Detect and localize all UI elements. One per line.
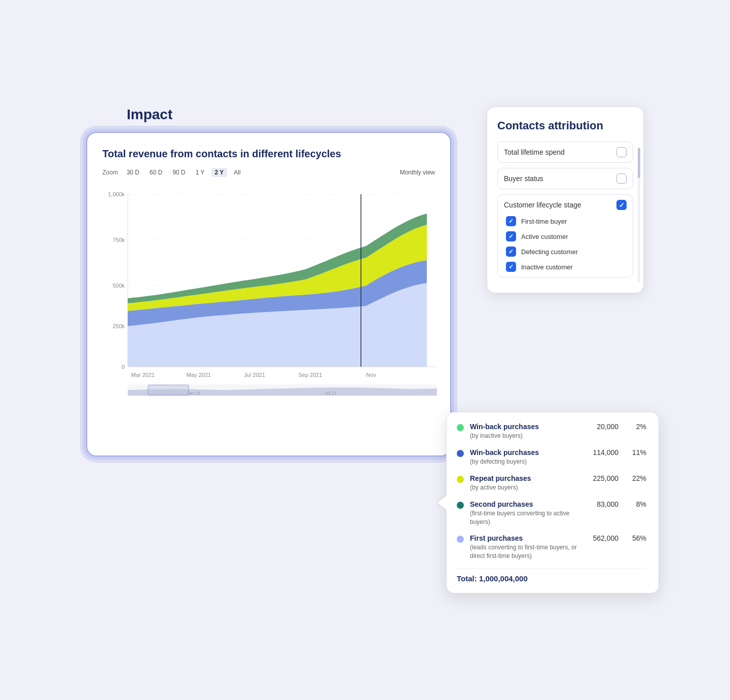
svg-text:750k: 750k <box>113 237 125 243</box>
first-info: First purchases (leads converting to fir… <box>470 534 582 561</box>
svg-text:May 2021: May 2021 <box>187 372 211 378</box>
inactive-customer-label: Inactive customer <box>521 263 573 271</box>
total-lifetime-spend-item[interactable]: Total lifetime spend <box>497 142 633 163</box>
svg-rect-20 <box>148 385 189 395</box>
legend-total: Total: 1,000,004,000 <box>457 569 646 583</box>
zoom-label: Zoom <box>102 169 118 176</box>
legend-item-winback-inactive: Win-back purchases (by inactive buyers) … <box>457 423 646 440</box>
impact-heading: Impact <box>127 107 172 123</box>
winback-inactive-dot <box>457 424 464 431</box>
defecting-customer-label: Defecting customer <box>521 248 578 256</box>
zoom-all[interactable]: All <box>230 168 244 177</box>
defecting-customer-item[interactable]: Defecting customer <box>506 247 627 257</box>
chart-card: Total revenue from contacts in different… <box>86 132 451 457</box>
zoom-2y[interactable]: 2 Y <box>211 168 228 177</box>
attribution-title: Contacts attribution <box>497 119 633 132</box>
legend-item-second: Second purchases (first-time buyers conv… <box>457 500 646 527</box>
repeat-dot <box>457 476 464 483</box>
lifecycle-stage-checkbox[interactable] <box>616 200 627 210</box>
winback-inactive-pct: 2% <box>629 423 646 431</box>
lifecycle-header: Customer lifecycle stage <box>504 200 627 210</box>
inactive-customer-checkbox[interactable] <box>506 262 516 272</box>
zoom-90d[interactable]: 90 D <box>169 168 189 177</box>
first-name: First purchases <box>470 534 582 542</box>
first-sub: (leads converting to first-time buyers, … <box>470 543 582 561</box>
second-info: Second purchases (first-time buyers conv… <box>470 500 587 527</box>
second-name: Second purchases <box>470 500 587 508</box>
scrollbar-track <box>638 148 640 283</box>
second-value: 83,000 <box>597 500 618 508</box>
chart-area: 1,000k 750k 500k 250k 0 Mar 2021 May 2 <box>102 184 435 397</box>
monthly-view-label: Monthly view <box>400 169 435 176</box>
chart-controls: Zoom 30 D 60 D 90 D 1 Y 2 Y All Monthly … <box>102 168 435 177</box>
repeat-name: Repeat purchases <box>470 474 582 482</box>
first-time-buyer-label: First-time buyer <box>521 218 567 225</box>
svg-text:0: 0 <box>122 364 125 370</box>
active-customer-checkbox[interactable] <box>506 231 516 241</box>
winback-inactive-value: 20,000 <box>597 423 618 431</box>
total-lifetime-spend-checkbox[interactable] <box>616 147 627 157</box>
buyer-status-checkbox[interactable] <box>616 173 627 184</box>
winback-defecting-info: Win-back purchases (by defecting buyers) <box>470 448 582 466</box>
legend-card: Win-back purchases (by inactive buyers) … <box>446 412 659 593</box>
svg-text:Jul 21: Jul 21 <box>324 391 337 396</box>
winback-inactive-sub: (by inactive buyers) <box>470 432 587 440</box>
winback-inactive-name: Win-back purchases <box>470 423 587 431</box>
total-lifetime-spend-label: Total lifetime spend <box>504 148 565 156</box>
winback-inactive-info: Win-back purchases (by inactive buyers) <box>470 423 587 440</box>
lifecycle-section: Customer lifecycle stage First-time buye… <box>497 194 633 277</box>
svg-text:Sep 2021: Sep 2021 <box>298 372 322 378</box>
chart-title: Total revenue from contacts in different… <box>102 148 435 160</box>
winback-defecting-sub: (by defecting buyers) <box>470 458 582 466</box>
svg-text:Nov: Nov <box>366 372 376 378</box>
repeat-sub: (by active buyers) <box>470 483 582 492</box>
svg-text:250k: 250k <box>113 323 125 329</box>
winback-defecting-name: Win-back purchases <box>470 448 582 457</box>
second-pct: 8% <box>629 500 646 508</box>
buyer-status-label: Buyer status <box>504 174 543 183</box>
winback-defecting-pct: 11% <box>629 448 646 457</box>
repeat-pct: 22% <box>629 474 646 482</box>
first-pct: 56% <box>629 534 646 542</box>
zoom-60d[interactable]: 60 D <box>146 168 166 177</box>
svg-text:Jul 2021: Jul 2021 <box>244 372 265 378</box>
first-value: 562,000 <box>593 534 618 542</box>
svg-text:Jan 21: Jan 21 <box>187 391 200 396</box>
winback-defecting-dot <box>457 450 464 457</box>
second-dot <box>457 502 464 509</box>
winback-defecting-value: 114,000 <box>593 448 618 457</box>
repeat-info: Repeat purchases (by active buyers) <box>470 474 582 492</box>
svg-text:Mar 2021: Mar 2021 <box>131 372 155 378</box>
second-sub: (first-time buyers converting to active … <box>470 509 587 527</box>
repeat-value: 225,000 <box>593 474 618 482</box>
svg-text:1,000k: 1,000k <box>108 191 125 197</box>
inactive-customer-item[interactable]: Inactive customer <box>506 262 627 272</box>
zoom-1y[interactable]: 1 Y <box>192 168 208 177</box>
legend-item-winback-defecting: Win-back purchases (by defecting buyers)… <box>457 448 646 466</box>
defecting-customer-checkbox[interactable] <box>506 247 516 257</box>
lifecycle-sub-items: First-time buyer Active customer Defecti… <box>504 216 627 272</box>
first-dot <box>457 536 464 543</box>
active-customer-item[interactable]: Active customer <box>506 231 627 241</box>
svg-text:500k: 500k <box>113 283 125 289</box>
zoom-30d[interactable]: 30 D <box>123 168 143 177</box>
legend-item-repeat: Repeat purchases (by active buyers) 225,… <box>457 474 646 492</box>
scrollbar-thumb[interactable] <box>638 148 640 178</box>
first-time-buyer-checkbox[interactable] <box>506 216 516 226</box>
legend-item-first: First purchases (leads converting to fir… <box>457 534 646 561</box>
lifecycle-stage-label: Customer lifecycle stage <box>504 201 581 209</box>
active-customer-label: Active customer <box>521 233 568 240</box>
first-time-buyer-item[interactable]: First-time buyer <box>506 216 627 226</box>
buyer-status-item[interactable]: Buyer status <box>497 168 633 189</box>
attribution-panel: Contacts attribution Total lifetime spen… <box>487 107 644 293</box>
